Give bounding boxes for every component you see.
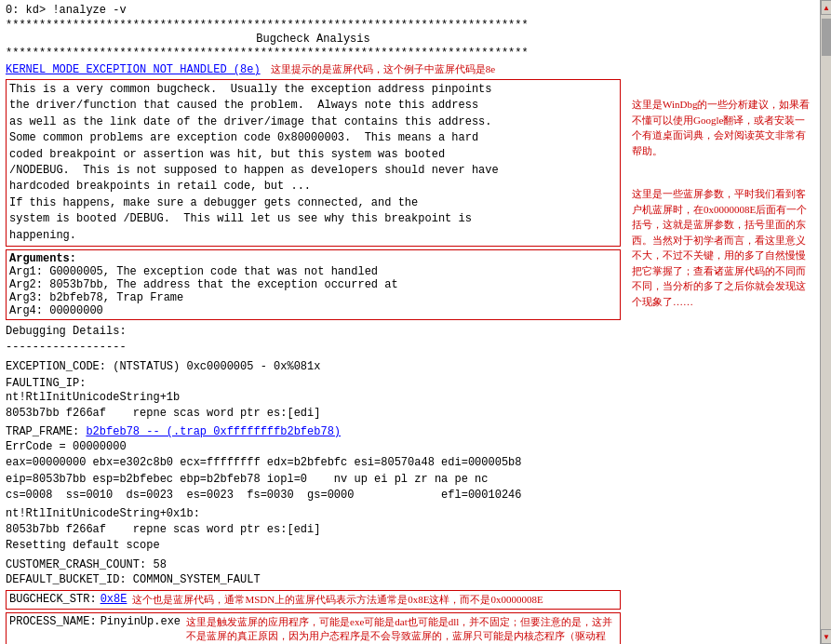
stack-detail-block: nt!RtlInitUnicodeString+0x1b: 8053b7bb f…: [6, 506, 621, 555]
bugcheck-str-box: BUGCHECK_STR: 0x8E 这个也是蓝屏代码，通常MSDN上的蓝屏代码…: [6, 590, 621, 610]
scrollbar[interactable]: ▲ ▼: [820, 0, 831, 644]
arg1: Arg1: G0000005, The exception code that …: [9, 265, 617, 278]
bugcheck-str-annotation: 这个也是蓝屏代码，通常MSDN上的蓝屏代码表示方法通常是0x8E这样，而不是0x…: [132, 593, 543, 607]
bugcheck-str-label: BUGCHECK_STR:: [9, 593, 97, 606]
description-text: This is a very common bugcheck. Usually …: [9, 82, 617, 244]
process-name-box: PROCESS_NAME: PinyinUp.exe 这里是触发蓝屏的应用程序，…: [6, 612, 621, 644]
bugcheck-title: Bugcheck Analysis: [6, 33, 621, 46]
arg2: Arg2: 8053b7bb, The address that the exc…: [9, 278, 617, 291]
scroll-up-arrow[interactable]: ▲: [821, 0, 831, 15]
registers-text: eax=00000000 ebx=e302c8b0 ecx=ffffffff e…: [6, 455, 621, 503]
errcode-block: ErrCode = 00000000: [6, 440, 621, 453]
faulting-ip-detail: nt!RtlInitUnicodeString+1b 8053b7bb f266…: [6, 390, 621, 423]
kernel-mode-annotation: 这里提示的是蓝屏代码，这个例子中蓝屏代码是8e: [271, 63, 495, 74]
registers-block: eax=00000000 ebx=e302c8b0 ecx=ffffffff e…: [6, 455, 621, 503]
bugcheck-str-value: 0x8E: [101, 593, 127, 606]
arg4: Arg4: 00000000: [9, 304, 617, 317]
process-name-annotation: 这里是触发蓝屏的应用程序，可能是exe可能是dat也可能是dll，并不固定；但要…: [186, 615, 617, 644]
trap-frame-label: TRAP_FRAME:: [6, 425, 79, 438]
right-panel: ▲ ▼ 这里是WinDbg的一些分析建议，如果看不懂可以使用Google翻译，或…: [626, 0, 831, 644]
scroll-down-arrow[interactable]: ▼: [821, 629, 831, 644]
main-content: 0: kd> !analyze -v *********************…: [0, 0, 626, 644]
description-box: This is a very common bugcheck. Usually …: [6, 79, 621, 247]
trap-frame-block: TRAP_FRAME: b2bfeb78 -- (.trap 0xfffffff…: [6, 425, 621, 438]
stars-top: ****************************************…: [6, 19, 621, 32]
right-args-annotation: 这里是一些蓝屏参数，平时我们看到客户机蓝屏时，在0x0000008E后面有一个括…: [632, 186, 825, 309]
debugging-details: Debugging Details: ------------------: [6, 324, 621, 356]
exception-code: EXCEPTION_CODE: (NTSTATUS) 0xc0000005 - …: [6, 360, 621, 373]
faulting-ip-block: FAULTING_IP: nt!RtlInitUnicodeString+1b …: [6, 377, 621, 423]
arguments-box: Arguments: Arg1: G0000005, The exception…: [6, 249, 621, 320]
stars-bottom: ****************************************…: [6, 47, 621, 60]
stack-detail-text: nt!RtlInitUnicodeString+0x1b: 8053b7bb f…: [6, 506, 621, 555]
arguments-label: Arguments:: [9, 252, 617, 265]
kernel-mode-label: KERNEL MODE EXCEPTION NOT HANDLED (8e): [6, 63, 261, 76]
default-bucket-block: DEFAULT_BUCKET_ID: COMMON_SYSTEM_FAULT: [6, 573, 621, 586]
faulting-ip-label: FAULTING_IP:: [6, 377, 621, 390]
scrollbar-thumb[interactable]: [822, 19, 831, 56]
arg3: Arg3: b2bfeb78, Trap Frame: [9, 291, 617, 304]
customer-crash-block: CUSTOMER_CRASH_COUNT: 58: [6, 558, 621, 571]
right-top-annotation: 这里是WinDbg的一些分析建议，如果看不懂可以使用Google翻译，或者安装一…: [632, 97, 825, 158]
command-line: 0: kd> !analyze -v: [6, 4, 621, 17]
process-name-value: PinyinUp.exe: [101, 615, 181, 628]
trap-frame-link[interactable]: b2bfeb78 -- (.trap 0xffffffffb2bfeb78): [86, 425, 341, 438]
process-name-label: PROCESS_NAME:: [9, 615, 97, 628]
exception-code-block: EXCEPTION_CODE: (NTSTATUS) 0xc0000005 - …: [6, 360, 621, 373]
debugging-details-text: Debugging Details: ------------------: [6, 324, 621, 356]
